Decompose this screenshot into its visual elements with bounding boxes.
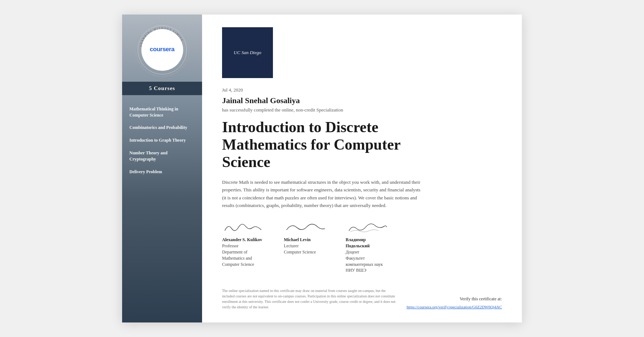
signatory-3-role: ДоцентФакультеткомпьютерных наукНИУ ВШЭ (346, 249, 383, 273)
course-item-1[interactable]: Mathematical Thinking in Computer Scienc… (129, 106, 195, 118)
signatory-3-name: ВладимирПодольский (346, 237, 370, 249)
signature-3-svg (346, 220, 389, 234)
signatory-1: Alexander S. Kulikov ProfessorDepartment… (222, 220, 266, 267)
courses-count-text: 5 Courses (149, 85, 175, 91)
course-item-5[interactable]: Delivery Problem (129, 169, 195, 175)
signatory-2: Michael Levin LecturerComputer Science (284, 220, 327, 255)
course-list: Mathematical Thinking in Computer Scienc… (122, 95, 202, 182)
signatory-1-name: Alexander S. Kulikov (222, 237, 262, 243)
disclaimer-text: The online specialization named in this … (222, 288, 397, 310)
signatories-row: Alexander S. Kulikov ProfessorDepartment… (222, 220, 502, 273)
sidebar: LEARNING WITHOUT LIMITS SPECIALIZATION C… (122, 15, 202, 322)
signatory-3: ВладимирПодольский ДоцентФакультеткомпью… (346, 220, 389, 273)
verify-link[interactable]: https://coursera.org/verify/specializati… (407, 305, 502, 309)
signature-2-img (284, 220, 327, 234)
signatory-2-name: Michael Levin (284, 237, 311, 243)
badge-inner: coursera (141, 29, 183, 71)
course-item-4[interactable]: Number Theory and Cryptography (129, 150, 195, 162)
university-logo: UC San Diego (222, 27, 273, 78)
bottom-row: The online specialization named in this … (222, 273, 502, 310)
cert-title: Introduction to Discrete Mathematics for… (222, 118, 426, 171)
certificate-wrapper: LEARNING WITHOUT LIMITS SPECIALIZATION C… (122, 15, 522, 322)
coursera-logo-text: coursera (150, 46, 174, 53)
coursera-badge: LEARNING WITHOUT LIMITS SPECIALIZATION C… (134, 22, 190, 78)
cert-date: Jul 4, 2020 (222, 87, 502, 93)
verify-label: Verify this certificate at: (407, 296, 502, 302)
verify-block: Verify this certificate at: https://cour… (407, 296, 502, 310)
signature-3-img (346, 220, 389, 234)
signatory-1-role: ProfessorDepartment ofMathematics andCom… (222, 243, 254, 267)
signature-1-img (222, 220, 266, 234)
badge-area: LEARNING WITHOUT LIMITS SPECIALIZATION C… (122, 15, 202, 82)
completion-text: has successfully completed the online, n… (222, 107, 502, 113)
signature-2-svg (284, 220, 327, 234)
main-content: UC San Diego Jul 4, 2020 Jainal Snehal G… (202, 15, 522, 322)
cert-description: Discrete Math is needed to see mathemati… (222, 178, 426, 210)
signature-1-svg (222, 220, 266, 234)
university-logo-area: UC San Diego (222, 27, 502, 78)
course-item-2[interactable]: Combinatorics and Probability (129, 125, 195, 131)
recipient-name: Jainal Snehal Gosaliya (222, 96, 502, 105)
courses-count-banner: 5 Courses (122, 82, 202, 95)
signatory-2-role: LecturerComputer Science (284, 243, 316, 255)
course-item-3[interactable]: Introduction to Graph Theory (129, 137, 195, 143)
